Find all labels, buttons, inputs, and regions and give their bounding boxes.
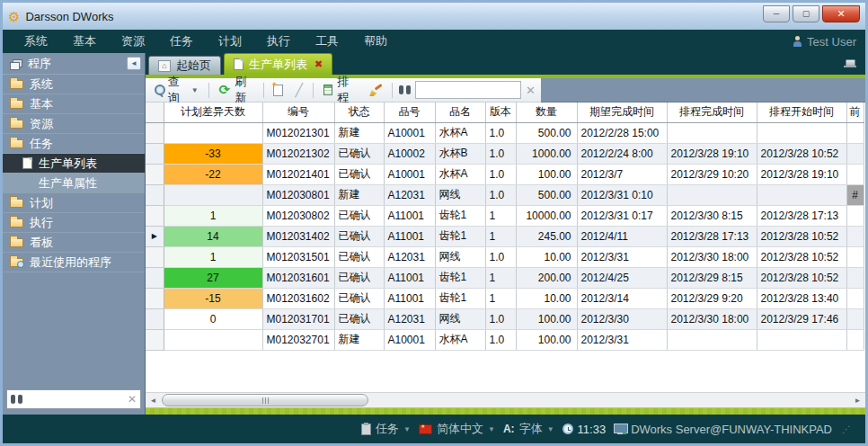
cell-status[interactable]: 新建: [334, 329, 384, 350]
query-dropdown-caret-icon[interactable]: ▼: [191, 86, 199, 94]
cell-ver[interactable]: 1: [485, 205, 516, 226]
cell-ver[interactable]: 1: [485, 226, 516, 246]
cell-diff[interactable]: [164, 329, 262, 350]
cell-diff[interactable]: 14: [164, 226, 262, 246]
cell-start[interactable]: 2012/3/28 13:40: [757, 288, 846, 308]
cell-exp[interactable]: 2012/3/14: [577, 288, 667, 308]
cell-pn[interactable]: A12031: [384, 184, 435, 205]
cell-start[interactable]: 2012/3/28 10:52: [757, 226, 846, 246]
cell-extra[interactable]: [846, 122, 864, 143]
cell-pn[interactable]: A11001: [384, 205, 435, 226]
cell-status[interactable]: 已确认: [334, 267, 384, 288]
cell-code[interactable]: M012030802: [262, 205, 334, 226]
sidebar-item-5[interactable]: 生产单属性: [3, 174, 145, 193]
sidebar-search-clear-icon[interactable]: ✕: [128, 393, 137, 406]
cell-pn[interactable]: A10001: [384, 329, 435, 350]
cell-qty[interactable]: 10.00: [516, 288, 577, 308]
cell-qty[interactable]: 1000.00: [516, 143, 577, 164]
row-selector[interactable]: [146, 246, 164, 267]
row-selector[interactable]: [146, 184, 164, 205]
minimize-button[interactable]: ─: [763, 5, 790, 22]
close-button[interactable]: ✕: [822, 5, 860, 22]
table-row[interactable]: M012021301新建A10001水杯A1.0500.002012/2/28 …: [146, 122, 864, 143]
cell-exp[interactable]: 2012/4/11: [577, 226, 667, 246]
cell-end[interactable]: 2012/3/30 18:00: [667, 246, 757, 267]
cell-code[interactable]: M012021301: [262, 122, 334, 143]
row-selector[interactable]: [146, 329, 164, 350]
row-selector[interactable]: [146, 143, 164, 164]
cell-start[interactable]: 2012/3/28 10:52: [757, 143, 846, 164]
menu-item-3[interactable]: 任务: [157, 30, 206, 53]
column-header-ver[interactable]: 版本: [485, 103, 516, 122]
sidebar-item-8[interactable]: 看板: [3, 233, 145, 253]
cell-diff[interactable]: -22: [164, 164, 262, 184]
cell-start[interactable]: [757, 122, 846, 143]
cell-ver[interactable]: 1: [485, 288, 516, 308]
cell-start[interactable]: 2012/3/28 19:10: [757, 164, 846, 184]
cell-code[interactable]: M012031601: [262, 267, 334, 288]
cell-status[interactable]: 已确认: [334, 308, 384, 329]
cell-exp[interactable]: 2012/3/30: [577, 308, 667, 329]
cell-ver[interactable]: 1.0: [485, 122, 516, 143]
scroll-left-arrow-icon[interactable]: ◄: [146, 393, 161, 407]
table-row[interactable]: 27M012031601已确认A11001齿轮11200.002012/4/25…: [146, 267, 864, 288]
cell-code[interactable]: M012031501: [262, 246, 334, 267]
cell-code[interactable]: M012031402: [262, 226, 334, 246]
sidebar-item-3[interactable]: 任务: [3, 134, 145, 154]
cell-diff[interactable]: 0: [164, 308, 262, 329]
sidebar-item-0[interactable]: 系统: [3, 75, 145, 94]
column-header-status[interactable]: 状态: [334, 103, 384, 122]
menu-item-4[interactable]: 计划: [206, 30, 254, 53]
cell-status[interactable]: 已确认: [334, 246, 384, 267]
cell-exp[interactable]: 2012/3/7: [577, 164, 667, 184]
cell-code[interactable]: M012021401: [262, 164, 334, 184]
cell-diff[interactable]: 27: [164, 267, 262, 288]
cell-status[interactable]: 已确认: [334, 288, 384, 308]
cell-end[interactable]: 2012/3/29 9:20: [667, 288, 757, 308]
column-header-extra[interactable]: 前: [846, 103, 864, 122]
cell-name[interactable]: 齿轮1: [435, 205, 485, 226]
maximize-button[interactable]: ▢: [793, 5, 819, 22]
menu-item-5[interactable]: 执行: [254, 30, 303, 53]
table-row[interactable]: 1M012031501已确认A12031网线1.010.002012/3/312…: [146, 246, 864, 267]
cell-qty[interactable]: 100.00: [516, 308, 577, 329]
cell-status[interactable]: 已确认: [334, 205, 384, 226]
find-clear-icon[interactable]: ✕: [526, 84, 536, 97]
row-selector[interactable]: [146, 267, 164, 288]
menu-item-7[interactable]: 帮助: [351, 30, 400, 53]
menu-item-2[interactable]: 资源: [109, 30, 157, 53]
cell-extra[interactable]: [846, 288, 864, 308]
column-header-code[interactable]: 编号: [262, 103, 334, 122]
cell-name[interactable]: 水杯A: [435, 329, 485, 350]
cell-diff[interactable]: 1: [164, 246, 262, 267]
cell-exp[interactable]: 2012/3/31: [577, 246, 667, 267]
cell-qty[interactable]: 500.00: [516, 122, 577, 143]
cell-end[interactable]: 2012/3/28 19:10: [667, 143, 757, 164]
table-row[interactable]: M012030801新建A12031网线1.0500.002012/3/31 0…: [146, 184, 864, 205]
sidebar-item-4[interactable]: 生产单列表: [3, 154, 145, 174]
cell-end[interactable]: 2012/3/29 8:15: [667, 267, 757, 288]
cell-status[interactable]: 已确认: [334, 164, 384, 184]
table-row[interactable]: 1M012030802已确认A11001齿轮1110000.002012/3/3…: [146, 205, 864, 226]
cell-pn[interactable]: A11001: [384, 288, 435, 308]
cell-code[interactable]: M012031602: [262, 288, 334, 308]
cell-status[interactable]: 已确认: [334, 226, 384, 246]
cell-end[interactable]: 2012/3/29 10:20: [667, 164, 757, 184]
cell-qty[interactable]: 10.00: [516, 246, 577, 267]
column-header-name[interactable]: 品名: [435, 103, 485, 122]
cell-code[interactable]: M012021302: [262, 143, 334, 164]
scroll-right-arrow-icon[interactable]: ►: [850, 393, 865, 407]
row-selector[interactable]: [146, 164, 164, 184]
column-header-diff[interactable]: 计划差异天数: [164, 103, 262, 122]
cell-qty[interactable]: 10000.00: [516, 205, 577, 226]
cell-end[interactable]: [667, 122, 757, 143]
column-header-qty[interactable]: 数量: [516, 103, 577, 122]
tab-close-icon[interactable]: ✖: [314, 58, 323, 70]
table-row[interactable]: -15M012031602已确认A11001齿轮1110.002012/3/14…: [146, 288, 864, 308]
cell-ver[interactable]: 1.0: [485, 184, 516, 205]
cell-qty[interactable]: 100.00: [516, 329, 577, 350]
column-header-start[interactable]: 排程开始时间: [757, 103, 846, 122]
table-row[interactable]: ▶14M012031402已确认A11001齿轮11245.002012/4/1…: [146, 226, 864, 246]
cell-exp[interactable]: 2012/3/31 0:17: [577, 205, 667, 226]
cell-end[interactable]: 2012/3/30 8:15: [667, 205, 757, 226]
